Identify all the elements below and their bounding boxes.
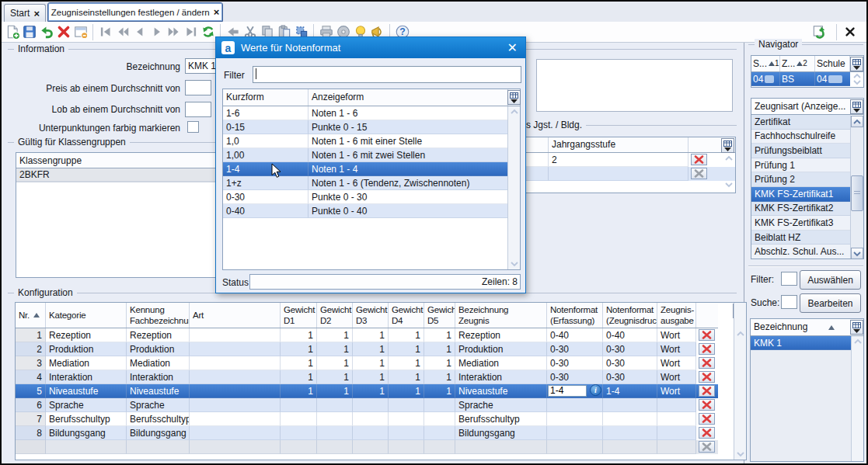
column-chooser-button[interactable] bbox=[850, 57, 863, 71]
list-item[interactable]: KMK FS-Zertifikat1 bbox=[751, 187, 851, 202]
config-col-header[interactable]: Gewicht D3 bbox=[353, 303, 389, 328]
scroll-down-button[interactable] bbox=[851, 248, 863, 259]
delete-row-button[interactable] bbox=[699, 399, 715, 411]
column-chooser-button[interactable] bbox=[721, 138, 734, 153]
school-col-header[interactable]: Z...2 bbox=[780, 56, 815, 71]
table-row[interactable]: 04BS04 bbox=[751, 72, 850, 86]
nav-prev-icon[interactable] bbox=[132, 24, 148, 40]
auswaehlen-button[interactable]: Auswählen bbox=[800, 270, 861, 290]
info-icon[interactable]: i bbox=[590, 384, 601, 396]
bearbeiten-button[interactable]: Bearbeiten bbox=[800, 293, 861, 313]
config-col-header[interactable]: Kategorie bbox=[46, 303, 127, 328]
tab-start[interactable]: Start× bbox=[4, 4, 46, 22]
nav-last-icon[interactable] bbox=[183, 24, 199, 40]
config-col-header[interactable]: Gewicht D1 bbox=[281, 303, 317, 328]
list-item[interactable]: Beiblatt HZ bbox=[751, 231, 851, 245]
config-col-header[interactable]: Kennung Fachbezeichnung bbox=[127, 303, 190, 328]
undo-icon[interactable] bbox=[39, 24, 54, 40]
new-record-icon[interactable] bbox=[5, 24, 20, 40]
list-item[interactable]: KMK FS-Zertifikat3 bbox=[751, 216, 851, 231]
table-row[interactable]: 0-30Punkte 0 - 30 bbox=[223, 190, 508, 204]
scroll-up-icon[interactable] bbox=[723, 155, 735, 161]
school-scrollbar[interactable] bbox=[851, 73, 863, 87]
config-col-header[interactable]: Nr. bbox=[16, 303, 46, 328]
table-row[interactable]: 1-6Noten 1 - 6 bbox=[223, 106, 508, 120]
refresh-icon[interactable] bbox=[200, 24, 216, 40]
config-col-header[interactable]: Gewicht D4 bbox=[389, 303, 424, 328]
list-item[interactable]: Abschlz. Schul. Aus... bbox=[751, 245, 851, 259]
delete-row-button[interactable] bbox=[691, 168, 707, 179]
delete-row-button[interactable] bbox=[699, 343, 715, 355]
scroll-down-icon[interactable] bbox=[851, 79, 863, 85]
list-item[interactable]: Zertifikat bbox=[751, 115, 851, 130]
table-row[interactable]: 1,00Noten 1 - 6 mit zwei Stellen bbox=[223, 148, 508, 162]
dialog-col-anzeigeform[interactable]: Anzeigeform bbox=[309, 89, 508, 106]
zeugnisart-header[interactable]: Zeugnisart (Anzeige... bbox=[751, 99, 863, 115]
table-row[interactable]: 1RezeptionRezeption11111Rezeption0-400-4… bbox=[16, 328, 718, 342]
delete-row-button[interactable] bbox=[691, 154, 707, 165]
config-col-header[interactable]: Gewicht D2 bbox=[317, 303, 353, 328]
dialog-scrollbar[interactable] bbox=[507, 106, 520, 269]
scroll-up-icon[interactable] bbox=[508, 109, 520, 115]
tab-close-icon[interactable]: × bbox=[214, 6, 220, 18]
delete-row-button[interactable] bbox=[699, 357, 715, 369]
list-item[interactable]: Prüfungsbeiblatt bbox=[751, 144, 851, 158]
column-chooser-button[interactable] bbox=[850, 99, 863, 114]
save-icon[interactable] bbox=[22, 24, 37, 40]
filter-input[interactable] bbox=[781, 272, 797, 286]
dialog-close-icon[interactable]: ✕ bbox=[507, 40, 518, 55]
dialog-filter-input[interactable] bbox=[253, 66, 521, 83]
table-row[interactable]: 2ProduktionProduktion11111Produktion0-30… bbox=[16, 342, 718, 356]
school-col-header[interactable]: Schule bbox=[815, 56, 850, 71]
preis-input[interactable] bbox=[185, 80, 211, 95]
lob-input[interactable] bbox=[185, 102, 211, 117]
table-row[interactable]: 1+zNoten 1 - 6 (Tendenz, Zwischennoten) bbox=[223, 176, 508, 190]
table-row[interactable]: 0-15Punkte 0 - 15 bbox=[223, 120, 508, 134]
table-row[interactable]: 5NiveaustufeNiveaustufe11111Niveaustufe1… bbox=[16, 384, 718, 398]
list-item[interactable]: Prüfung 1 bbox=[751, 158, 851, 173]
config-col-header[interactable]: Notenformat (Erfassung) bbox=[547, 303, 603, 328]
table-row[interactable]: 7BerufsschultypBerufsschultypBerufsschul… bbox=[16, 412, 718, 426]
table-row[interactable]: 1,0Noten 1 - 6 mit einer Stelle bbox=[223, 134, 508, 148]
scroll-thumb[interactable] bbox=[851, 175, 863, 211]
table-row[interactable]: 3MediationMediation11111Mediation0-300-3… bbox=[16, 356, 718, 370]
list-item[interactable]: Prüfung 2 bbox=[751, 172, 851, 187]
table-row[interactable]: 4InteraktionInteraktion11111Interaktion0… bbox=[16, 370, 718, 384]
switch-form-icon[interactable] bbox=[811, 24, 827, 40]
table-row[interactable]: 0-40Punkte 0 - 40 bbox=[223, 204, 508, 218]
bezeichnung-table-header[interactable]: Bezeichnung bbox=[751, 319, 863, 336]
nav-fast-prev-icon[interactable] bbox=[115, 24, 131, 40]
jgst-scrollbar[interactable] bbox=[723, 154, 735, 193]
table-row[interactable]: 6SpracheSpracheSprache bbox=[16, 398, 718, 412]
delete-row-button[interactable] bbox=[699, 371, 715, 383]
zeugnisart-header-label[interactable]: Zeugnisart (Anzeige... bbox=[751, 99, 851, 114]
scroll-up-icon[interactable] bbox=[852, 338, 863, 345]
nav-first-icon[interactable] bbox=[98, 24, 113, 40]
list-item[interactable]: Fachhochschulreife bbox=[751, 130, 851, 144]
delete-row-button[interactable] bbox=[699, 385, 715, 397]
config-col-header[interactable]: Bezeichnung Zeugnis bbox=[455, 303, 547, 328]
scroll-down-icon[interactable] bbox=[734, 451, 746, 457]
bezeichnung-header-label[interactable]: Bezeichnung bbox=[751, 319, 838, 335]
bemerkung-box[interactable] bbox=[536, 59, 733, 112]
config-scrollbar[interactable] bbox=[734, 303, 746, 460]
dialog-titlebar[interactable]: a Werte für Notenformat ✕ bbox=[216, 37, 525, 58]
delete-row-button[interactable] bbox=[699, 427, 715, 439]
suche-input[interactable] bbox=[781, 295, 797, 309]
config-col-header[interactable]: Notenformat (Zeugnisdruck) bbox=[603, 303, 657, 328]
table-row[interactable]: KMK 1 bbox=[751, 336, 851, 350]
delete-row-button[interactable] bbox=[699, 329, 715, 341]
scroll-down-icon[interactable] bbox=[508, 261, 520, 267]
config-col-header[interactable]: Gewicht D5 bbox=[424, 303, 455, 328]
scroll-up-button[interactable] bbox=[851, 116, 863, 127]
config-col-header[interactable]: Zeugnis- ausgabe bbox=[657, 303, 696, 328]
jgst-col-jahrgangsstufe[interactable]: Jahrgangsstufe bbox=[549, 137, 688, 152]
tab-close-icon[interactable]: × bbox=[33, 8, 40, 19]
delete-row-button[interactable] bbox=[699, 441, 715, 453]
list-item[interactable]: KMK FS-Zertifikat2 bbox=[751, 202, 851, 217]
dialog-col-kurzform[interactable]: Kurzform bbox=[223, 89, 309, 106]
bezeichnung-scrollbar[interactable] bbox=[851, 336, 863, 461]
delete-record-icon[interactable] bbox=[56, 24, 71, 40]
nav-next-icon[interactable] bbox=[149, 24, 165, 40]
close-window-icon[interactable] bbox=[842, 24, 858, 40]
